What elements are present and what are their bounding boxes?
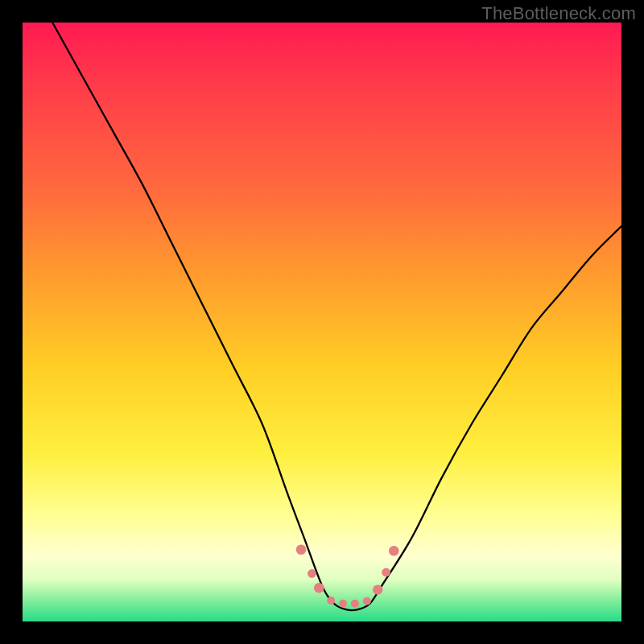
- bottom-dots-group: [296, 544, 399, 607]
- bottom-dot: [339, 600, 347, 608]
- chart-plot-area: [23, 23, 621, 621]
- bottleneck-curve: [52, 23, 621, 610]
- chart-svg: [23, 23, 621, 621]
- bottom-dot: [327, 597, 335, 605]
- bottom-dot: [308, 569, 316, 578]
- bottom-dot: [373, 584, 382, 594]
- bottom-dot: [363, 597, 371, 605]
- bottom-dot: [382, 568, 390, 577]
- bottom-dot: [314, 583, 324, 593]
- bottom-dot: [296, 544, 307, 555]
- bottom-dot: [351, 600, 359, 608]
- chart-frame: TheBottleneck.com: [0, 0, 644, 644]
- bottom-dot: [389, 546, 399, 556]
- watermark-text: TheBottleneck.com: [481, 3, 636, 24]
